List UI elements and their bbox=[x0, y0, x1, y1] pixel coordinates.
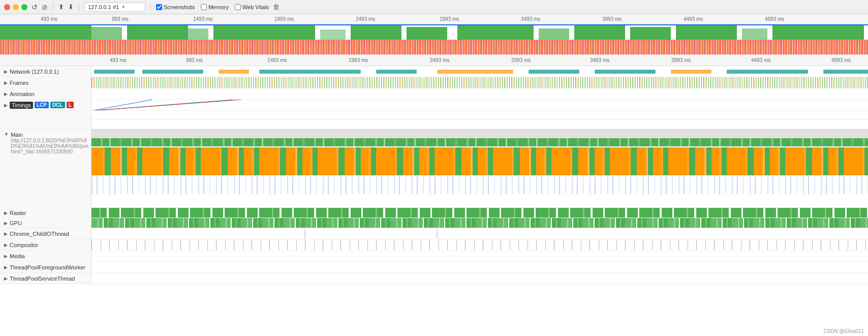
compositor-expand[interactable]: ▶ bbox=[4, 242, 8, 248]
screenshots-checkbox[interactable] bbox=[156, 4, 162, 10]
network-label[interactable]: ▶ Network (127.0.0.1) bbox=[0, 66, 91, 77]
upload-icon[interactable]: ⬆ bbox=[58, 3, 64, 11]
spacer-2 bbox=[0, 120, 868, 129]
raster-label[interactable]: ▶ Raster bbox=[0, 208, 91, 218]
stop-icon[interactable]: ⊘ bbox=[42, 3, 48, 11]
raster-bars bbox=[91, 208, 868, 218]
chrome-io-content bbox=[91, 228, 868, 239]
threadpool-fg-label[interactable]: ▶ ThreadPoolForegroundWorker bbox=[0, 262, 91, 272]
animation-label[interactable]: ▶ Animation bbox=[0, 88, 91, 99]
timings-expand[interactable]: ▶ bbox=[4, 103, 8, 108]
ov-tick-2: 993 ms bbox=[112, 16, 129, 22]
memory-checkbox[interactable] bbox=[201, 4, 207, 10]
svg-rect-4 bbox=[213, 24, 315, 40]
checkbox-group: Screenshots Memory Web Vitals bbox=[156, 4, 269, 10]
svg-line-31 bbox=[91, 100, 234, 110]
svg-rect-26 bbox=[671, 70, 711, 74]
time-ruler: 493 ms 993 ms 1493 ms 1993 ms 2493 ms 29… bbox=[0, 55, 868, 66]
memory-checkbox-label[interactable]: Memory bbox=[201, 4, 229, 10]
separator bbox=[53, 3, 53, 11]
animation-content bbox=[91, 88, 868, 99]
media-label[interactable]: ▶ Media bbox=[0, 251, 91, 261]
webvitals-checkbox-label[interactable]: Web Vitals bbox=[235, 4, 269, 10]
timeline-overview[interactable]: 493 ms 993 ms 1493 ms 1993 ms 2493 ms 29… bbox=[0, 14, 868, 55]
network-expand[interactable]: ▶ bbox=[4, 69, 8, 74]
timings-label[interactable]: ▶ Timings LCP DCL L bbox=[0, 100, 91, 110]
timeline-content[interactable]: ▶ Network (127.0.0.1) ▶ Frames bbox=[0, 66, 868, 336]
animation-expand[interactable]: ▶ bbox=[4, 91, 8, 97]
frames-track: ▶ Frames bbox=[0, 77, 868, 88]
main-label[interactable]: ▼ Main http://127.0.0.1:8020/%E9%80%8D%E… bbox=[0, 129, 91, 208]
spacer-content-2 bbox=[91, 120, 868, 129]
maximize-button[interactable] bbox=[21, 4, 27, 10]
threadpool-fg-expand[interactable]: ▶ bbox=[4, 265, 8, 270]
close-button[interactable] bbox=[4, 4, 10, 10]
frames-expand[interactable]: ▶ bbox=[4, 80, 8, 85]
overview-activity-strip bbox=[0, 40, 868, 55]
delete-icon[interactable]: 🗑 bbox=[273, 3, 280, 11]
separator2 bbox=[79, 3, 79, 11]
svg-rect-27 bbox=[727, 70, 808, 74]
threadpool-svc-label[interactable]: ▶ ThreadPoolServiceThread bbox=[0, 273, 91, 284]
reload-icon[interactable]: ↺ bbox=[32, 3, 38, 11]
main-label-text: Main http://127.0.0.1:8020/%E9%80%8D%E9%… bbox=[11, 132, 91, 155]
media-label-text: Media bbox=[10, 253, 25, 259]
ov-tick-4: 1993 ms bbox=[274, 16, 294, 22]
svg-rect-2 bbox=[127, 24, 188, 40]
network-bars bbox=[91, 66, 868, 77]
dcl-badge: DCL bbox=[50, 102, 65, 108]
threadpool-fg-track: ▶ ThreadPoolForegroundWorker bbox=[0, 262, 868, 273]
raster-content bbox=[91, 208, 868, 218]
gpu-expand[interactable]: ▶ bbox=[4, 221, 8, 226]
overview-selection-line bbox=[0, 24, 868, 25]
main-blue-row bbox=[91, 176, 868, 194]
svg-rect-19 bbox=[142, 70, 203, 74]
svg-rect-21 bbox=[259, 70, 361, 74]
svg-rect-6 bbox=[351, 24, 401, 40]
threadpool-svc-label-text: ThreadPoolServiceThread bbox=[10, 276, 75, 282]
svg-rect-15 bbox=[122, 24, 127, 40]
threadpool-svc-content bbox=[91, 273, 868, 284]
toolbar: ↺ ⊘ ⬆ ⬇ 127.0.0.1 #1 ▼ Screenshots Memor… bbox=[0, 0, 868, 14]
ov-tick-6: 2993 ms bbox=[440, 16, 459, 22]
chrome-io-label-text: Chrome_ChildIOThread bbox=[10, 231, 69, 237]
spacer-label-1 bbox=[0, 111, 91, 119]
svg-rect-13 bbox=[742, 28, 767, 40]
svg-rect-1 bbox=[91, 27, 122, 40]
gpu-bars bbox=[91, 218, 868, 228]
tick-2993: 2993 ms bbox=[511, 57, 531, 63]
compositor-label[interactable]: ▶ Compositor bbox=[0, 239, 91, 250]
minimize-button[interactable] bbox=[13, 4, 19, 10]
media-expand[interactable]: ▶ bbox=[4, 254, 8, 259]
main-expand[interactable]: ▼ bbox=[4, 132, 9, 137]
svg-rect-24 bbox=[529, 70, 579, 74]
screenshots-checkbox-label[interactable]: Screenshots bbox=[156, 4, 195, 10]
url-selector[interactable]: 127.0.0.1 #1 ▼ bbox=[84, 3, 145, 12]
raster-expand[interactable]: ▶ bbox=[4, 210, 8, 216]
screenshots-label: Screenshots bbox=[164, 4, 195, 10]
webvitals-checkbox[interactable] bbox=[235, 4, 241, 10]
separator3 bbox=[150, 3, 151, 11]
chrome-io-expand[interactable]: ▶ bbox=[4, 231, 8, 236]
url-text: 127.0.0.1 #1 bbox=[88, 4, 119, 10]
threadpool-svc-expand[interactable]: ▶ bbox=[4, 276, 8, 281]
main-url-text: http://127.0.0.1:8020/%E9%80%8D%E9%81%A5… bbox=[11, 138, 91, 155]
chrome-io-label[interactable]: ▶ Chrome_ChildIOThread bbox=[0, 228, 91, 239]
watermark: CSDN @Elisa011 bbox=[823, 328, 864, 334]
download-icon[interactable]: ⬇ bbox=[68, 3, 74, 11]
gpu-label[interactable]: ▶ GPU bbox=[0, 218, 91, 228]
media-track: ▶ Media bbox=[0, 251, 868, 262]
frames-label[interactable]: ▶ Frames bbox=[0, 77, 91, 88]
timings-label-text: Timings bbox=[10, 102, 33, 109]
svg-rect-23 bbox=[437, 70, 513, 74]
svg-rect-8 bbox=[457, 24, 534, 40]
svg-rect-28 bbox=[823, 70, 868, 74]
timings-markers bbox=[91, 100, 868, 110]
main-content bbox=[91, 129, 868, 208]
frames-label-text: Frames bbox=[10, 80, 28, 86]
timings-content bbox=[91, 100, 868, 110]
svg-rect-12 bbox=[676, 24, 737, 40]
spacer-1 bbox=[0, 111, 868, 120]
l-badge: L bbox=[67, 102, 74, 108]
svg-rect-22 bbox=[376, 70, 417, 74]
